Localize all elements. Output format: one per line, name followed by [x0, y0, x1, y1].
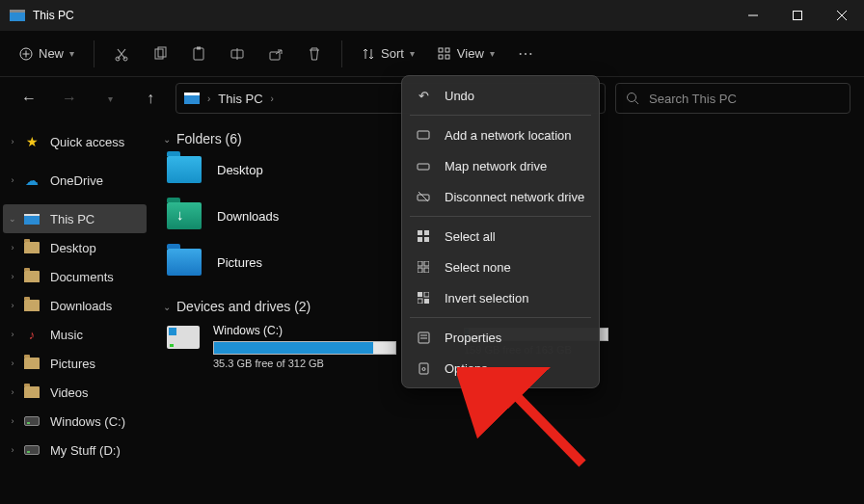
svg-rect-35: [424, 292, 429, 297]
sidebar-item-label: Pictures: [50, 357, 95, 371]
chevron-right-icon[interactable]: ›: [6, 330, 19, 339]
ctx-invert-selection[interactable]: Invert selection: [406, 282, 595, 313]
ctx-label: Properties: [445, 331, 501, 345]
chevron-right-icon[interactable]: ›: [6, 445, 19, 455]
ctx-disconnect-network-drive[interactable]: Disconnect network drive: [406, 181, 595, 212]
folder-icon: [24, 386, 40, 398]
ctx-select-all[interactable]: Select all: [406, 221, 595, 252]
location-text: This PC: [218, 92, 262, 106]
svg-rect-12: [197, 46, 201, 49]
ctx-add-network-location[interactable]: Add a network location: [406, 119, 595, 150]
search-box[interactable]: Search This PC: [615, 83, 850, 114]
back-button[interactable]: ←: [14, 83, 44, 114]
svg-rect-19: [446, 55, 449, 59]
forward-button[interactable]: →: [54, 83, 85, 114]
drive-name: Windows (C:): [213, 324, 396, 337]
share-button[interactable]: [258, 37, 293, 71]
svg-rect-16: [439, 48, 443, 52]
chevron-right-icon[interactable]: ›: [6, 175, 19, 185]
star-icon: ★: [23, 134, 40, 149]
folder-icon: [24, 300, 40, 311]
select-none-icon: [416, 259, 431, 275]
chevron-right-icon[interactable]: ›: [6, 416, 19, 426]
svg-rect-32: [418, 268, 422, 273]
chevron-down-icon: ⌄: [163, 302, 171, 312]
plus-circle-icon: [19, 47, 33, 61]
folder-icon: ↓: [167, 202, 202, 229]
sidebar-item-drive-c[interactable]: ›Windows (C:): [0, 407, 149, 436]
copy-button[interactable]: [143, 37, 177, 71]
sidebar-item-pictures[interactable]: ›Pictures: [0, 349, 149, 378]
ctx-map-network-drive[interactable]: Map network drive: [406, 150, 595, 181]
rename-button[interactable]: [220, 37, 255, 71]
sidebar-item-desktop[interactable]: ›Desktop: [0, 233, 149, 262]
ctx-label: Invert selection: [445, 291, 528, 305]
sidebar-item-quick-access[interactable]: › ★ Quick access: [0, 127, 149, 156]
maximize-button[interactable]: [775, 0, 820, 31]
chevron-right-icon[interactable]: ›: [6, 301, 19, 310]
sidebar-item-label: Documents: [50, 270, 114, 284]
folder-icon: [24, 271, 40, 282]
svg-rect-22: [418, 131, 429, 139]
ctx-label: Undo: [445, 89, 474, 103]
more-button[interactable]: ⋯: [508, 37, 543, 71]
sidebar: › ★ Quick access › ☁ OneDrive ⌄ This PC …: [0, 119, 149, 504]
sidebar-item-drive-d[interactable]: ›My Stuff (D:): [0, 436, 149, 464]
sidebar-item-music[interactable]: ›♪Music: [0, 320, 149, 349]
svg-rect-17: [446, 48, 449, 52]
paste-button[interactable]: [181, 37, 216, 71]
svg-rect-15: [270, 52, 280, 60]
close-button[interactable]: [820, 0, 864, 31]
sidebar-item-downloads[interactable]: ›Downloads: [0, 291, 149, 320]
ctx-options[interactable]: Options: [406, 353, 595, 384]
sidebar-item-label: Videos: [50, 385, 89, 400]
undo-icon: ↶: [416, 88, 431, 103]
sort-button[interactable]: Sort ▾: [352, 40, 424, 66]
view-button[interactable]: View ▾: [428, 40, 504, 66]
chevron-right-icon[interactable]: ›: [6, 387, 19, 397]
ctx-label: Select all: [445, 229, 496, 244]
sidebar-item-label: Quick access: [50, 135, 124, 149]
sidebar-item-documents[interactable]: ›Documents: [0, 262, 149, 291]
ctx-undo[interactable]: ↶Undo: [406, 80, 595, 111]
chevron-right-icon: ›: [207, 93, 210, 104]
sidebar-item-videos[interactable]: ›Videos: [0, 378, 149, 407]
drive-icon: [24, 416, 40, 426]
svg-line-21: [635, 101, 639, 105]
dots-icon: ⋯: [518, 44, 533, 63]
chevron-right-icon[interactable]: ›: [6, 272, 19, 281]
recent-chevron[interactable]: ▾: [94, 83, 125, 114]
folder-icon: [167, 156, 202, 183]
svg-point-42: [422, 367, 425, 370]
chevron-right-icon[interactable]: ›: [6, 243, 19, 252]
music-icon: ♪: [23, 327, 40, 342]
chevron-right-icon[interactable]: ›: [6, 137, 19, 146]
svg-rect-23: [418, 164, 429, 170]
titlebar: This PC: [0, 0, 864, 31]
svg-rect-28: [418, 237, 422, 242]
sidebar-item-label: Downloads: [50, 299, 112, 313]
svg-rect-18: [439, 55, 443, 59]
separator: [94, 40, 94, 67]
window-title: This PC: [33, 9, 74, 22]
ctx-select-none[interactable]: Select none: [406, 252, 595, 282]
minimize-button[interactable]: [731, 0, 775, 31]
new-button[interactable]: New ▾: [10, 40, 84, 66]
sidebar-item-this-pc[interactable]: ⌄ This PC: [3, 204, 147, 233]
delete-button[interactable]: [297, 37, 332, 71]
folder-label: Pictures: [217, 255, 262, 270]
svg-rect-1: [794, 12, 802, 20]
ctx-label: Add a network location: [445, 128, 572, 143]
properties-icon: [416, 330, 431, 345]
ctx-properties[interactable]: Properties: [406, 322, 595, 353]
svg-rect-31: [424, 261, 429, 266]
options-icon: [416, 360, 431, 376]
disconnect-icon: [416, 189, 431, 204]
chevron-right-icon[interactable]: ›: [6, 358, 19, 368]
chevron-down-icon: ⌄: [163, 134, 171, 145]
cut-button[interactable]: [104, 37, 139, 71]
drive-item-c[interactable]: Windows (C:) 35.3 GB free of 312 GB: [167, 324, 396, 369]
chevron-down-icon[interactable]: ⌄: [6, 214, 19, 224]
sidebar-item-onedrive[interactable]: › ☁ OneDrive: [0, 166, 149, 195]
up-button[interactable]: ↑: [135, 83, 166, 114]
